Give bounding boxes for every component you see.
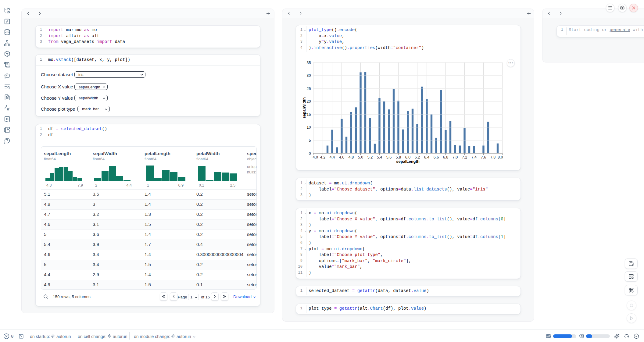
svg-text:7.6: 7.6	[481, 155, 486, 159]
svg-text:6.2: 6.2	[415, 155, 420, 159]
svg-text:25: 25	[307, 87, 311, 91]
svg-text:7.8: 7.8	[490, 155, 496, 159]
svg-text:4.0: 4.0	[313, 155, 318, 159]
svg-text:15: 15	[307, 112, 311, 117]
svg-text:sepalLength: sepalLength	[396, 159, 420, 164]
svg-text:5.6: 5.6	[386, 155, 392, 159]
svg-text:6.6: 6.6	[434, 155, 439, 159]
svg-text:5.4: 5.4	[377, 155, 382, 159]
svg-text:7.0: 7.0	[453, 155, 458, 159]
svg-text:5.8: 5.8	[396, 155, 401, 159]
svg-text:4.4: 4.4	[330, 155, 335, 159]
svg-text:6.4: 6.4	[424, 155, 429, 159]
svg-text:6.8: 6.8	[443, 155, 448, 159]
svg-text:5: 5	[309, 138, 311, 143]
svg-text:5.0: 5.0	[358, 155, 363, 159]
svg-text:4.8: 4.8	[349, 155, 354, 159]
svg-text:0: 0	[309, 151, 311, 156]
svg-text:7.2: 7.2	[462, 155, 467, 159]
svg-text:20: 20	[307, 99, 311, 104]
svg-text:sepalWidth: sepalWidth	[302, 97, 306, 118]
svg-text:7.4: 7.4	[471, 155, 477, 159]
svg-text:35: 35	[307, 61, 311, 65]
svg-text:6.0: 6.0	[405, 155, 410, 159]
svg-text:30: 30	[307, 73, 311, 78]
svg-text:8.0: 8.0	[498, 155, 503, 159]
svg-text:4.2: 4.2	[320, 155, 325, 159]
svg-text:5.2: 5.2	[367, 155, 373, 159]
svg-text:10: 10	[307, 125, 311, 130]
svg-text:4.6: 4.6	[339, 155, 344, 159]
